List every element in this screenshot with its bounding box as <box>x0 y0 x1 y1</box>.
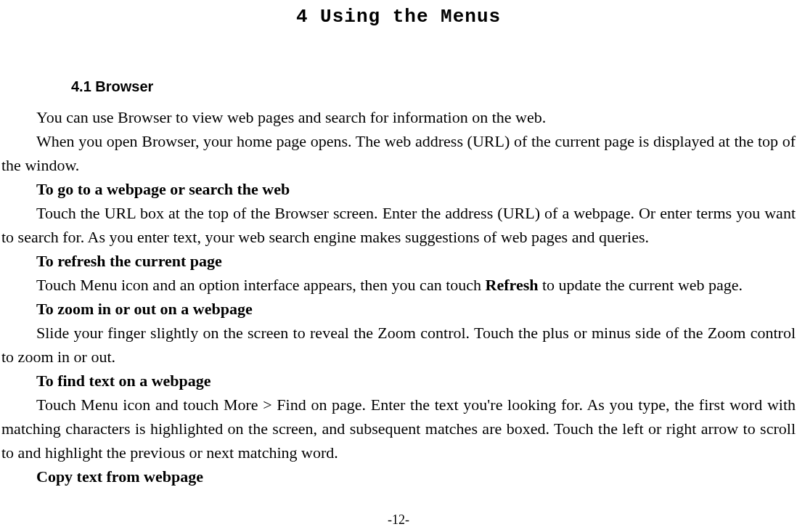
page-number: -12- <box>0 512 797 528</box>
paragraph-intro-1: You can use Browser to view web pages an… <box>1 105 796 129</box>
heading-goto-webpage: To go to a webpage or search the web <box>1 177 796 201</box>
chapter-title: 4 Using the Menus <box>0 6 797 28</box>
paragraph-zoom: Slide your finger slightly on the screen… <box>1 321 796 369</box>
paragraph+שrefresh: Touch Menu icon and an option interface … <box>1 273 796 297</box>
paragraph-intro-2: When you open Browser, your home page op… <box>1 129 796 177</box>
paragraph-goto-webpage: Touch the URL box at the top of the Brow… <box>1 201 796 249</box>
subsection-title: 4.1 Browser <box>71 78 797 95</box>
paragraph-find-text: Touch Menu icon and touch More > Find on… <box>1 393 796 465</box>
paragraph-refresh-text-a: Touch Menu icon and an option interface … <box>36 276 486 294</box>
paragraph-refresh-text-b: to update the current web page. <box>538 276 743 294</box>
heading-find-text: To find text on a webpage <box>1 369 796 393</box>
heading-refresh: To refresh the current page <box>1 249 796 273</box>
paragraph-refresh-bold: Refresh <box>486 276 539 294</box>
heading-zoom: To zoom in or out on a webpage <box>1 297 796 321</box>
heading-copy-text: Copy text from webpage <box>1 465 796 488</box>
